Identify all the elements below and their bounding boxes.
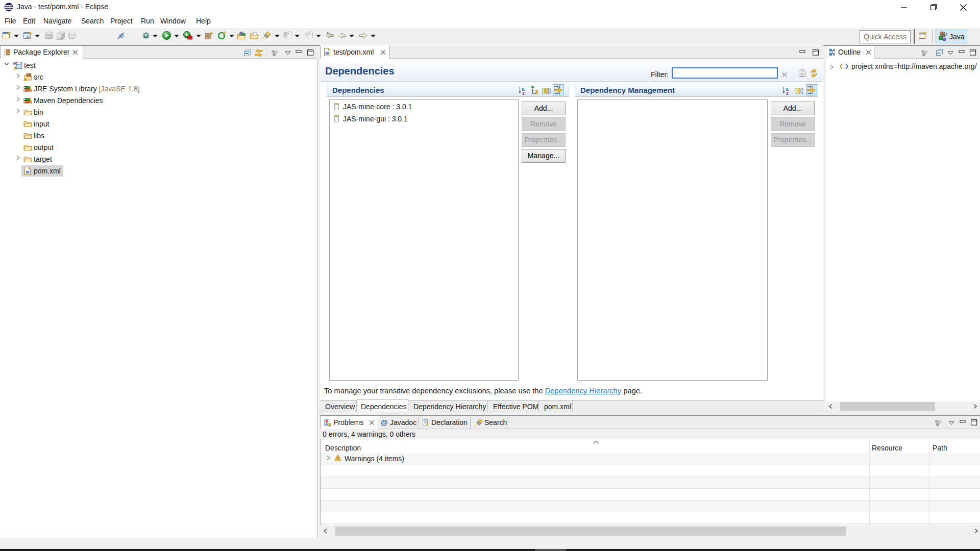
svg-text:M: M <box>13 61 17 66</box>
svg-text:J: J <box>19 61 22 66</box>
svg-text:M: M <box>326 51 329 56</box>
svg-text:M: M <box>26 170 30 174</box>
svg-text:J: J <box>944 32 947 37</box>
svg-text:z: z <box>522 90 525 95</box>
svg-text:z: z <box>786 90 789 95</box>
